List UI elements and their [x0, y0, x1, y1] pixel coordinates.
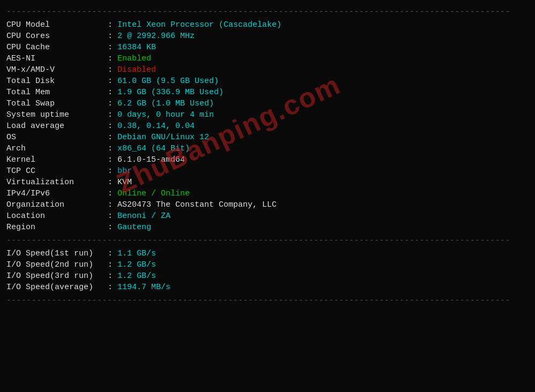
table-row: CPU Model : Intel Xeon Processor (Cascad…: [6, 19, 529, 31]
system-info-table: CPU Model : Intel Xeon Processor (Cascad…: [6, 19, 529, 233]
row-label: Total Disk: [6, 76, 103, 87]
row-colon: :: [103, 76, 117, 87]
row-value: Benoni / ZA: [117, 210, 529, 222]
row-value: x86_64 (64 Bit): [117, 143, 529, 154]
top-divider: ----------------------------------------…: [6, 7, 529, 16]
table-row: CPU Cache : 16384 KB: [6, 42, 529, 53]
row-colon: :: [103, 53, 117, 64]
row-label: I/O Speed(1st run): [6, 248, 103, 259]
row-label: Kernel: [6, 154, 103, 165]
row-colon: :: [103, 98, 117, 109]
table-row: Total Mem : 1.9 GB (336.9 MB Used): [6, 87, 529, 98]
row-value: 0 days, 0 hour 4 min: [117, 109, 529, 120]
row-colon: :: [103, 165, 117, 177]
row-value: 0.38, 0.14, 0.04: [117, 120, 529, 132]
row-colon: :: [103, 31, 117, 42]
row-colon: :: [103, 109, 117, 120]
table-row: System uptime : 0 days, 0 hour 4 min: [6, 109, 529, 120]
table-row: VM-x/AMD-V : Disabled: [6, 64, 529, 76]
table-row: I/O Speed(2nd run) : 1.2 GB/s: [6, 259, 529, 270]
table-row: IPv4/IPv6 : Online / Online: [6, 188, 529, 199]
row-value: 1.2 GB/s: [117, 270, 529, 282]
row-label: Load average: [6, 120, 103, 132]
row-value: 1.1 GB/s: [117, 248, 529, 259]
row-colon: :: [103, 154, 117, 165]
row-value: 6.2 GB (1.0 MB Used): [117, 98, 529, 109]
row-label: Region: [6, 222, 103, 233]
row-value: Debian GNU/Linux 12: [117, 132, 529, 143]
row-label: Arch: [6, 143, 103, 154]
row-value: 2 @ 2992.966 MHz: [117, 31, 529, 42]
table-row: Load average : 0.38, 0.14, 0.04: [6, 120, 529, 132]
row-label: VM-x/AMD-V: [6, 64, 103, 76]
row-colon: :: [103, 64, 117, 76]
row-label: Total Swap: [6, 98, 103, 109]
row-label: System uptime: [6, 109, 103, 120]
table-row: CPU Cores : 2 @ 2992.966 MHz: [6, 31, 529, 42]
table-row: Location : Benoni / ZA: [6, 210, 529, 222]
row-colon: :: [103, 259, 117, 270]
table-row: Kernel : 6.1.0-15-amd64: [6, 154, 529, 165]
row-colon: :: [103, 120, 117, 132]
row-label: IPv4/IPv6: [6, 188, 103, 199]
row-colon: :: [103, 87, 117, 98]
table-row: Total Swap : 6.2 GB (1.0 MB Used): [6, 98, 529, 109]
row-colon: :: [103, 143, 117, 154]
row-value: 16384 KB: [117, 42, 529, 53]
row-value: 1.2 GB/s: [117, 259, 529, 270]
row-value: Enabled: [117, 53, 529, 64]
bottom-divider: ----------------------------------------…: [6, 296, 529, 305]
row-colon: :: [103, 19, 117, 31]
row-colon: :: [103, 42, 117, 53]
row-value: AS20473 The Constant Company, LLC: [117, 199, 529, 210]
row-label: I/O Speed(3rd run): [6, 270, 103, 282]
row-value: Disabled: [117, 64, 529, 76]
row-value: Gauteng: [117, 222, 529, 233]
row-value: KVM: [117, 177, 529, 188]
terminal: ----------------------------------------…: [0, 0, 535, 312]
row-label: TCP CC: [6, 165, 103, 177]
table-row: I/O Speed(1st run) : 1.1 GB/s: [6, 248, 529, 259]
row-value: Intel Xeon Processor (Cascadelake): [117, 19, 529, 31]
row-colon: :: [103, 248, 117, 259]
table-row: Virtualization : KVM: [6, 177, 529, 188]
row-colon: :: [103, 270, 117, 282]
table-row: Region : Gauteng: [6, 222, 529, 233]
row-value: 6.1.0-15-amd64: [117, 154, 529, 165]
row-label: CPU Cores: [6, 31, 103, 42]
row-colon: :: [103, 222, 117, 233]
table-row: TCP CC : bbr: [6, 165, 529, 177]
row-value: 1.9 GB (336.9 MB Used): [117, 87, 529, 98]
row-value: 1194.7 MB/s: [117, 282, 529, 293]
row-label: I/O Speed(2nd run): [6, 259, 103, 270]
row-colon: :: [103, 210, 117, 222]
row-label: CPU Model: [6, 19, 103, 31]
row-value: 61.0 GB (9.5 GB Used): [117, 76, 529, 87]
row-colon: :: [103, 282, 117, 293]
row-label: Virtualization: [6, 177, 103, 188]
table-row: AES-NI : Enabled: [6, 53, 529, 64]
row-label: Total Mem: [6, 87, 103, 98]
row-label: AES-NI: [6, 53, 103, 64]
row-value: bbr: [117, 165, 529, 177]
table-row: Total Disk : 61.0 GB (9.5 GB Used): [6, 76, 529, 87]
row-colon: :: [103, 177, 117, 188]
table-row: I/O Speed(average) : 1194.7 MB/s: [6, 282, 529, 293]
table-row: OS : Debian GNU/Linux 12: [6, 132, 529, 143]
row-colon: :: [103, 132, 117, 143]
table-row: Arch : x86_64 (64 Bit): [6, 143, 529, 154]
row-label: Organization: [6, 199, 103, 210]
row-colon: :: [103, 199, 117, 210]
row-colon: :: [103, 188, 117, 199]
row-label: OS: [6, 132, 103, 143]
table-row: I/O Speed(3rd run) : 1.2 GB/s: [6, 270, 529, 282]
row-label: CPU Cache: [6, 42, 103, 53]
table-row: Organization : AS20473 The Constant Comp…: [6, 199, 529, 210]
io-speed-table: I/O Speed(1st run) : 1.1 GB/sI/O Speed(2…: [6, 248, 529, 293]
row-value: Online / Online: [117, 188, 529, 199]
row-label: I/O Speed(average): [6, 282, 103, 293]
middle-divider: ----------------------------------------…: [6, 236, 529, 245]
row-label: Location: [6, 210, 103, 222]
